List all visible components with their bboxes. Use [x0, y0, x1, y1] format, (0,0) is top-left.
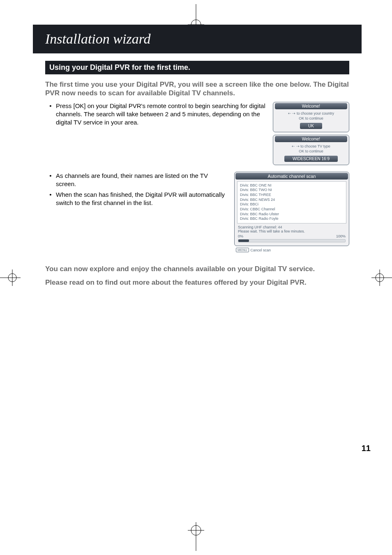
list-item-text: Press [OK] on your Digital PVR's remote … [56, 102, 266, 127]
page-title: Installation wizard [45, 31, 151, 47]
menu-key-icon: MENU [236, 248, 249, 252]
tv-type-pill: WIDESCREEN 16:9 [284, 156, 338, 162]
outro-text-1: You can now explore and enjoy the channe… [45, 265, 349, 273]
welcome-hint-1: ⇠ ⇢ to choose your country [277, 111, 345, 115]
scan-channel-list: Divis: BBC ONE NIDivis: BBC TWO NIDivis:… [237, 181, 346, 224]
crop-mark-bottom [180, 518, 212, 551]
scan-list-item: Divis: BBCi [240, 202, 344, 207]
welcome-hint-2: OK to continue [277, 116, 345, 120]
bullet-icon: • [45, 102, 56, 127]
list-item-text: When the scan has finished, the Digital … [56, 191, 228, 207]
list-item: •When the scan has finished, the Digital… [45, 191, 228, 207]
bullet-icon: • [45, 172, 56, 189]
scan-list-item: Divis: BBC Radio Ulster [240, 212, 344, 217]
svg-point-4 [191, 525, 201, 535]
scan-status-line: Scanning UHF channel: 44 [238, 225, 346, 229]
header-band: Installation wizard [33, 25, 362, 53]
scan-footer: MENU Cancel scan [234, 248, 349, 252]
scan-list-item: Divis: BBC Radio Foyle [240, 216, 344, 221]
list-item: •As channels are found, their names are … [45, 172, 228, 189]
welcome-title: Welcome! [275, 136, 347, 142]
scan-list-item: Divis: CBBC Channel [240, 207, 344, 212]
intro-text: The first time you use your Digital PVR,… [45, 80, 349, 98]
progress-bar [238, 239, 346, 242]
outro-text-2: Please read on to find out more about th… [45, 278, 349, 287]
scan-list-item: Divis: BBC NEWS 24 [240, 198, 344, 203]
scan-list-item: Divis: BBC TWO NI [240, 188, 344, 193]
scan-list-item: Divis: BBC ONE NI [240, 183, 344, 188]
crop-mark-left [0, 265, 25, 290]
scan-list-item: Divis: BBC THREE [240, 193, 344, 198]
progress-fill [238, 240, 249, 242]
scan-footer-text: Cancel scan [251, 248, 271, 252]
welcome-title: Welcome! [275, 103, 347, 109]
welcome-hint-1: ⇠ ⇢ to choose TV type [277, 144, 345, 148]
country-pill: UK [300, 123, 322, 129]
bullet-list-a: •Press [OK] on your Digital PVR's remote… [45, 102, 266, 127]
welcome-panel-country: Welcome! ⇠ ⇢ to choose your country OK t… [273, 102, 349, 132]
bullet-icon: • [45, 191, 56, 207]
welcome-panel-tv-type: Welcome! ⇠ ⇢ to choose TV type OK to con… [273, 135, 349, 165]
welcome-hint-2: OK to continue [277, 149, 345, 153]
section-heading: Using your Digital PVR for the first tim… [45, 61, 349, 74]
scan-status-line: Please wait. This will take a few minute… [238, 229, 346, 233]
progress-left-label: 0% [238, 234, 243, 238]
list-item: •Press [OK] on your Digital PVR's remote… [45, 102, 266, 127]
progress-right-label: 100% [336, 234, 346, 238]
list-item-text: As channels are found, their names are l… [56, 172, 228, 189]
page-number: 11 [362, 444, 371, 453]
bullet-list-b: •As channels are found, their names are … [45, 172, 228, 207]
crop-mark-right [367, 265, 392, 290]
scan-panel: Automatic channel scan Divis: BBC ONE NI… [234, 172, 349, 246]
scan-title: Automatic channel scan [235, 173, 348, 180]
